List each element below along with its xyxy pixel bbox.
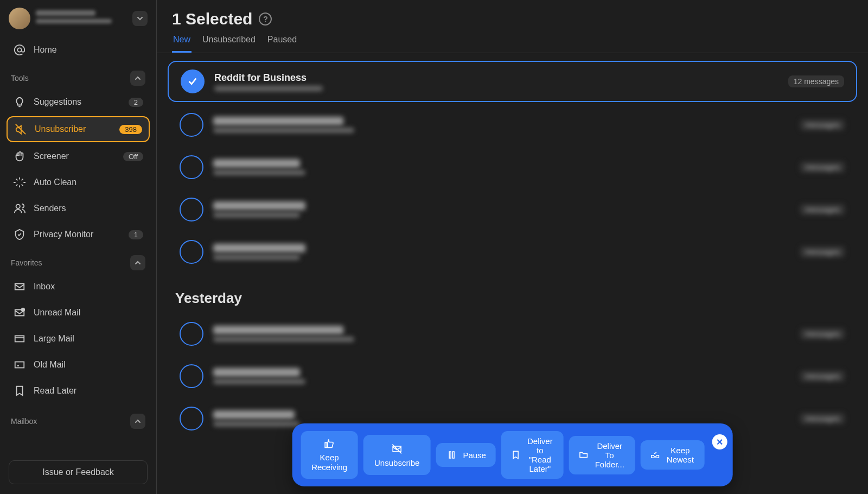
tab-new[interactable]: New: [172, 35, 192, 53]
keep-receiving-button[interactable]: Keep Receiving: [301, 431, 358, 479]
at-icon: [13, 43, 26, 56]
keep-newest-button[interactable]: Keep Newest: [641, 440, 705, 470]
nav-large-mail[interactable]: Large Mail: [7, 327, 150, 351]
nav-screener[interactable]: Screener Off: [7, 144, 150, 168]
close-icon[interactable]: ✕: [712, 434, 727, 449]
pause-icon: [445, 449, 457, 461]
sender-row[interactable]: messages: [168, 314, 857, 353]
tab-paused[interactable]: Paused: [266, 35, 298, 53]
account-chevron-icon[interactable]: [132, 11, 148, 26]
svg-rect-3: [15, 336, 24, 342]
account-switcher[interactable]: [4, 5, 152, 37]
nav-auto-clean[interactable]: Auto Clean: [7, 170, 150, 194]
users-icon: [13, 202, 26, 215]
account-name-blurred: [36, 10, 132, 27]
bookmark-icon: [13, 384, 26, 397]
sender-title: Reddit for Business: [214, 72, 788, 84]
section-favorites-header[interactable]: Favorites: [4, 248, 152, 274]
nav-unread-mail[interactable]: Unread Mail: [7, 301, 150, 325]
mail-unread-icon: [13, 306, 26, 319]
bookmark-icon: [511, 449, 521, 461]
pause-button[interactable]: Pause: [436, 443, 496, 467]
nav-old-mail[interactable]: Old Mail: [7, 353, 150, 377]
hand-icon: [13, 150, 26, 163]
nav-read-later[interactable]: Read Later: [7, 379, 150, 403]
megaphone-off-icon: [14, 123, 27, 136]
checkbox-icon[interactable]: [180, 364, 203, 388]
chevron-up-icon: [130, 414, 145, 429]
header: 1 Selected ? New Unsubscribed Paused: [157, 0, 868, 53]
sender-row[interactable]: messages: [168, 190, 857, 229]
page-title: 1 Selected: [172, 10, 252, 28]
inbox-icon: [13, 280, 26, 293]
nav-suggestions[interactable]: Suggestions 2: [7, 90, 150, 114]
nav-privacy-monitor[interactable]: Privacy Monitor 1: [7, 223, 150, 246]
svg-point-0: [17, 48, 21, 52]
sender-row[interactable]: messages: [168, 105, 857, 144]
shield-icon: [13, 228, 26, 241]
sender-row-selected[interactable]: Reddit for Business 12 messages: [168, 61, 857, 102]
action-bar: Keep Receiving Unsubscribe Pause Deliver…: [292, 423, 733, 486]
checkbox-icon[interactable]: [180, 407, 203, 430]
checkbox-checked-icon[interactable]: [181, 69, 205, 93]
tabs: New Unsubscribed Paused: [172, 35, 853, 53]
svg-point-2: [22, 308, 24, 312]
mail-off-icon: [391, 443, 403, 455]
svg-rect-7: [452, 452, 454, 458]
checkbox-icon[interactable]: [180, 322, 203, 346]
checkbox-icon[interactable]: [180, 198, 203, 221]
lightbulb-icon: [13, 96, 26, 109]
chevron-up-icon: [130, 71, 145, 86]
inbox-check-icon: [650, 449, 660, 461]
deliver-to-folder-button[interactable]: Deliver To Folder...: [569, 436, 635, 474]
help-icon[interactable]: ?: [259, 12, 272, 26]
nav-home[interactable]: Home: [7, 38, 150, 62]
deliver-read-later-button[interactable]: Deliver to "Read Later": [501, 431, 564, 479]
nav-senders[interactable]: Senders: [7, 197, 150, 220]
svg-rect-4: [15, 362, 24, 368]
sparkle-icon: [13, 176, 26, 189]
issue-feedback-button[interactable]: Issue or Feedback: [9, 460, 148, 484]
date-divider: Yesterday: [168, 275, 857, 314]
folder-icon: [579, 449, 589, 461]
sender-row[interactable]: messages: [168, 232, 857, 271]
mail-large-icon: [13, 332, 26, 345]
checkbox-icon[interactable]: [180, 240, 203, 264]
svg-rect-6: [449, 452, 451, 458]
mail-old-icon: [13, 358, 26, 371]
section-mailbox-header[interactable]: Mailbox: [4, 406, 152, 432]
sender-row[interactable]: messages: [168, 148, 857, 187]
sender-message-count: 12 messages: [788, 75, 844, 87]
sidebar: Home Tools Suggestions 2 Unsubscriber 39…: [0, 0, 157, 494]
checkbox-icon[interactable]: [180, 155, 203, 179]
sender-row[interactable]: messages: [168, 357, 857, 396]
thumbs-up-icon: [323, 438, 335, 449]
nav-inbox[interactable]: Inbox: [7, 275, 150, 299]
unsubscribe-button[interactable]: Unsubscribe: [363, 435, 430, 475]
section-tools-header[interactable]: Tools: [4, 63, 152, 89]
main-panel: 1 Selected ? New Unsubscribed Paused Red…: [157, 0, 868, 494]
svg-point-1: [16, 205, 20, 208]
nav-home-label: Home: [34, 45, 143, 55]
tab-unsubscribed[interactable]: Unsubscribed: [201, 35, 257, 53]
nav-unsubscriber[interactable]: Unsubscriber 398: [7, 116, 150, 142]
avatar: [9, 8, 30, 29]
sender-subtitle-blurred: [214, 86, 788, 91]
sender-list: Reddit for Business 12 messages messages…: [157, 53, 868, 494]
chevron-up-icon: [130, 255, 145, 270]
checkbox-icon[interactable]: [180, 113, 203, 137]
